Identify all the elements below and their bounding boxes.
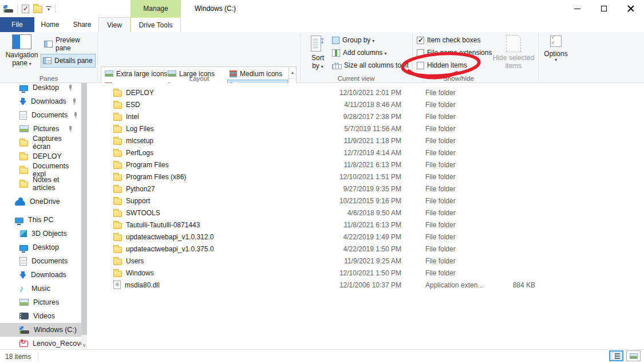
folder-icon xyxy=(113,223,122,229)
file-row[interactable]: Users11/9/2021 9:25 AMFile folder xyxy=(92,255,624,267)
sidebar-scrollbar[interactable]: ∨ xyxy=(81,83,87,349)
file-row[interactable]: updateactwebapi_v1.0.312.04/22/2019 1:49… xyxy=(92,231,624,243)
sidebar-label: Downloads xyxy=(31,271,66,279)
sidebar-item-pictures-qa[interactable]: Pictures xyxy=(0,122,81,136)
sidebar-item-downloads-qa[interactable]: Downloads xyxy=(0,94,81,108)
sidebar-item-deploy[interactable]: DEPLOY xyxy=(0,149,81,163)
file-row[interactable]: SWTOOLS4/6/2018 9:50 AMFile folder xyxy=(92,207,624,219)
tab-manage[interactable]: Manage xyxy=(131,0,181,17)
sidebar-item-lenovo-recover[interactable]: Lenovo_Recover xyxy=(0,337,81,349)
folder-icon xyxy=(113,139,122,145)
scrollbar-thumb[interactable] xyxy=(81,83,87,335)
sidebar-item-desktop[interactable]: Desktop xyxy=(0,240,81,254)
group-label-layout: Layout xyxy=(101,75,298,82)
sidebar-item-notes-et-articles[interactable]: Notes et articles xyxy=(0,177,81,191)
navigation-pane-button[interactable]: Navigation pane xyxy=(3,34,40,68)
details-pane-button[interactable]: Details pane xyxy=(41,54,96,68)
file-date: 4/11/2018 8:46 AM xyxy=(321,101,401,109)
sidebar-item-3d-objects[interactable]: 3D Objects xyxy=(0,227,81,240)
monitor-icon xyxy=(19,245,28,251)
add-columns-button[interactable]: Add columns xyxy=(332,49,386,57)
download-arrow-icon xyxy=(19,274,26,279)
hidden-items-checkbox[interactable]: Hidden items xyxy=(417,61,467,69)
details-view-toggle[interactable] xyxy=(609,350,623,361)
properties-icon[interactable] xyxy=(22,5,29,13)
preview-pane-label: Preview pane xyxy=(56,36,93,52)
file-row[interactable]: mlcsetup11/9/2021 1:18 PMFile folder xyxy=(92,135,624,147)
pictures-icon xyxy=(19,125,29,132)
file-size: 884 KB xyxy=(487,281,535,289)
checkbox-checked-icon[interactable] xyxy=(417,37,424,44)
file-date: 11/8/2021 6:13 PM xyxy=(321,221,401,229)
sidebar-item-captures-ecran[interactable]: Captures écran xyxy=(0,136,81,149)
sidebar-item-pictures[interactable]: Pictures xyxy=(0,295,81,309)
file-type: File folder xyxy=(425,125,456,133)
customize-toolbar-caret-icon[interactable]: ▾ xyxy=(46,6,51,11)
sort-by-button[interactable]: Sort by xyxy=(305,35,331,71)
tab-drive-tools[interactable]: Drive Tools xyxy=(131,17,181,32)
file-row[interactable]: Program Files11/8/2021 6:13 PMFile folde… xyxy=(92,159,624,171)
group-by-icon xyxy=(332,37,339,44)
tab-home[interactable]: Home xyxy=(34,17,66,32)
options-button[interactable]: Options ▾ xyxy=(542,35,570,62)
group-by-button[interactable]: Group by xyxy=(332,36,374,44)
file-row[interactable]: Program Files (x86)12/10/2021 1:51 PMFil… xyxy=(92,171,624,183)
sidebar-label: OneDrive xyxy=(30,198,60,206)
file-row[interactable]: Support10/21/2015 9:16 PMFile folder xyxy=(92,195,624,207)
size-columns-button[interactable]: Size all columns to fit xyxy=(332,61,409,69)
sidebar-label: Desktop xyxy=(33,84,59,92)
preview-pane-button[interactable]: Preview pane xyxy=(42,38,95,50)
file-row[interactable]: Tautulli-Tautulli-087144311/8/2021 6:13 … xyxy=(92,219,624,231)
file-row[interactable]: msdia80.dll12/1/2006 10:37 PMApplication… xyxy=(92,279,624,291)
minimize-button[interactable] xyxy=(564,0,590,17)
file-date: 12/1/2006 10:37 PM xyxy=(321,281,401,289)
tab-share[interactable]: Share xyxy=(66,17,98,32)
file-row[interactable]: Python279/27/2019 9:35 PMFile folder xyxy=(92,183,624,195)
file-date: 4/22/2019 1:49 PM xyxy=(321,233,401,241)
file-row[interactable]: Log Files5/7/2019 11:56 AMFile folder xyxy=(92,123,624,135)
close-button[interactable] xyxy=(618,0,644,17)
file-type: File folder xyxy=(425,197,456,205)
sidebar-label: Notes et articles xyxy=(33,176,81,192)
file-row[interactable]: Windows12/10/2021 1:50 PMFile folder xyxy=(92,267,624,279)
sidebar-item-music[interactable]: ♪Music xyxy=(0,282,81,295)
maximize-button[interactable] xyxy=(591,0,617,17)
file-row[interactable]: updateactwebapi_v1.0.375.04/22/2019 1:50… xyxy=(92,243,624,255)
item-check-boxes-checkbox[interactable]: Item check boxes xyxy=(417,36,480,44)
hide-selected-items-button[interactable]: Hide selected items xyxy=(490,35,537,70)
scroll-down-icon[interactable]: ∨ xyxy=(81,342,87,348)
tab-file[interactable]: File xyxy=(0,17,34,32)
divider xyxy=(38,352,38,361)
folder-icon xyxy=(113,127,122,133)
checkbox-unchecked-icon[interactable] xyxy=(417,49,424,57)
sidebar-item-windows-c[interactable]: Windows (C:) xyxy=(0,323,81,337)
checkbox-unchecked-icon[interactable] xyxy=(417,62,424,69)
file-row[interactable]: DEPLOY12/10/2021 2:01 PMFile folder xyxy=(92,86,624,98)
sidebar-item-downloads[interactable]: Downloads xyxy=(0,268,81,282)
file-name-extensions-checkbox[interactable]: File name extensions xyxy=(417,49,492,57)
sidebar-item-videos[interactable]: Videos xyxy=(0,309,81,323)
file-name: Intel xyxy=(126,113,139,121)
sidebar-item-documents-qa[interactable]: Documents xyxy=(0,108,81,122)
details-pane-icon xyxy=(43,57,52,64)
sidebar-item-this-pc[interactable]: This PC xyxy=(0,213,81,227)
sidebar-item-onedrive[interactable]: OneDrive xyxy=(0,195,81,208)
sidebar-item-documents[interactable]: Documents xyxy=(0,254,81,268)
file-row[interactable]: Intel9/28/2017 2:38 PMFile folder xyxy=(92,111,624,123)
folder-icon xyxy=(113,235,122,241)
file-name: Program Files xyxy=(126,161,169,169)
thumbnails-view-toggle[interactable] xyxy=(626,350,641,361)
file-name: Windows xyxy=(126,269,154,277)
new-folder-icon[interactable] xyxy=(33,6,42,13)
file-row[interactable]: PerfLogs12/7/2019 4:14 AMFile folder xyxy=(92,147,624,159)
sort-by-label2: by xyxy=(312,62,323,71)
file-type: File folder xyxy=(425,137,456,145)
hide-selected-label: Hide selected xyxy=(493,54,535,62)
sidebar-item-desktop-qa[interactable]: Desktop xyxy=(0,83,81,94)
tab-view[interactable]: View xyxy=(98,17,131,32)
divider xyxy=(17,4,18,13)
file-row[interactable]: ESD4/11/2018 8:46 AMFile folder xyxy=(92,98,624,111)
file-type: File folder xyxy=(425,113,456,121)
sidebar-item-documents-expl[interactable]: Documents expl xyxy=(0,163,81,177)
video-icon xyxy=(19,313,29,319)
